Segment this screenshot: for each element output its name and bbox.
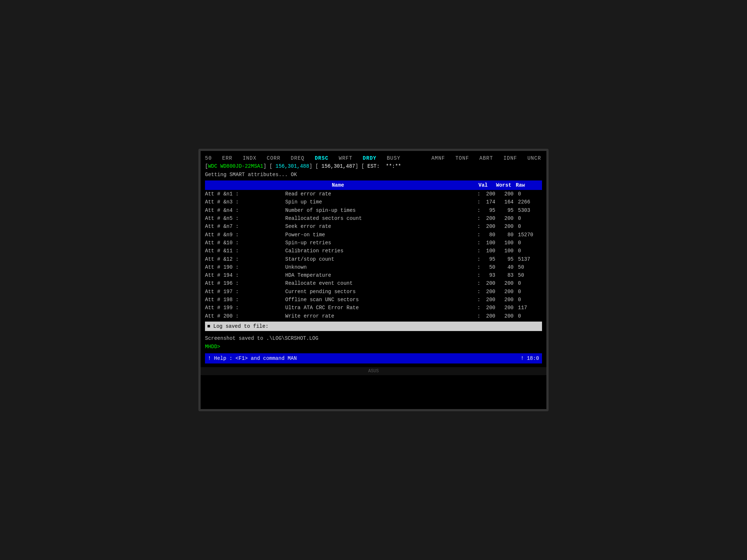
att-raw: 15270 xyxy=(516,231,542,238)
att-worst: 200 xyxy=(498,215,516,222)
att-val: 174 xyxy=(480,198,498,206)
att-worst: 200 xyxy=(498,304,516,311)
att-val: 95 xyxy=(480,207,498,214)
att-colon: : xyxy=(474,198,480,206)
att-worst: 40 xyxy=(498,264,516,271)
att-label: Att # 194 : xyxy=(205,272,285,279)
att-colon: : xyxy=(474,215,480,222)
att-raw: 50 xyxy=(516,264,542,271)
att-label: Att # 197 : xyxy=(205,288,285,295)
att-name: Spin-up retries xyxy=(285,239,474,246)
att-val: 200 xyxy=(480,280,498,287)
att-label: Att # &n4 : xyxy=(205,207,285,214)
table-row: Att # 198 : Offline scan UNC sectors : 2… xyxy=(205,296,542,304)
col-name: Name xyxy=(207,182,469,189)
att-name: Write error rate xyxy=(285,312,474,320)
device-size1: 156,301,488 xyxy=(275,163,309,169)
att-name: Calibration retries xyxy=(285,247,474,254)
table-row: Att # &n7 : Seek error rate : 200 200 0 xyxy=(205,222,542,230)
table-row: Att # &n1 : Read error rate : 200 200 0 xyxy=(205,190,542,198)
att-raw: 0 xyxy=(516,239,542,246)
table-row: Att # &n4 : Number of spin-up times : 95… xyxy=(205,206,542,214)
att-worst: 200 xyxy=(498,280,516,287)
att-colon: : xyxy=(474,296,480,303)
att-raw: 117 xyxy=(516,304,542,311)
att-raw: 50 xyxy=(516,272,542,279)
att-label: Att # &11 : xyxy=(205,247,285,254)
att-val: 200 xyxy=(480,223,498,230)
att-name: Read error rate xyxy=(285,190,474,198)
col-raw: Raw xyxy=(514,182,540,189)
table-row: Att # &10 : Spin-up retries : 100 100 0 xyxy=(205,239,542,247)
att-worst: 200 xyxy=(498,190,516,198)
table-row: Att # 194 : HDA Temperature : 93 83 50 xyxy=(205,271,542,279)
att-worst: 164 xyxy=(498,198,516,206)
monitor: 50 ERR INDX CORR DREQ DRSC WRFT DRDY BUS… xyxy=(198,149,549,411)
screen: 50 ERR INDX CORR DREQ DRSC WRFT DRDY BUS… xyxy=(201,151,546,367)
prompt-text: MHDD> xyxy=(205,344,220,350)
att-label: Att # 196 : xyxy=(205,280,285,287)
att-raw: 0 xyxy=(516,247,542,254)
att-name: Power-on time xyxy=(285,231,474,238)
att-raw: 0 xyxy=(516,296,542,303)
att-raw: 0 xyxy=(516,312,542,320)
att-worst: 83 xyxy=(498,272,516,279)
att-colon: : xyxy=(474,312,480,320)
table-row: Att # 196 : Reallocate event count : 200… xyxy=(205,279,542,287)
table-row: Att # &12 : Start/stop count : 95 95 513… xyxy=(205,255,542,263)
att-worst: 95 xyxy=(498,256,516,263)
att-colon: : xyxy=(474,223,480,230)
att-worst: 200 xyxy=(498,288,516,295)
att-raw: 5137 xyxy=(516,256,542,263)
status-tonf: TONF xyxy=(455,155,476,161)
mhdd-prompt[interactable]: MHDD> xyxy=(205,343,542,350)
att-val: 200 xyxy=(480,215,498,222)
device-size2: 156,301,487 xyxy=(321,163,355,169)
att-val: 200 xyxy=(480,288,498,295)
att-worst: 80 xyxy=(498,231,516,238)
att-label: Att # 190 : xyxy=(205,264,285,271)
status-dreq: DREQ xyxy=(291,155,311,161)
att-val: 200 xyxy=(480,304,498,311)
att-name: Current pending sectors xyxy=(285,288,474,295)
status-indx: INDX xyxy=(243,155,263,161)
table-header: Name Val Worst Raw xyxy=(205,180,542,190)
status-uncr: UNCR xyxy=(527,155,541,161)
status-idnf: IDNF xyxy=(503,155,524,161)
status-amnf: AMNF xyxy=(431,155,452,161)
help-left: ! Help : <F1> and command MAN xyxy=(208,355,297,362)
att-colon: : xyxy=(474,247,480,254)
att-val: 100 xyxy=(480,239,498,246)
att-name: Seek error rate xyxy=(285,223,474,230)
att-colon: : xyxy=(474,304,480,311)
status-drsc: DRSC xyxy=(315,155,335,161)
table-row: Att # &11 : Calibration retries : 100 10… xyxy=(205,247,542,255)
att-val: 80 xyxy=(480,231,498,238)
att-worst: 100 xyxy=(498,247,516,254)
att-label: Att # 199 : xyxy=(205,304,285,311)
att-label: Att # &n5 : xyxy=(205,215,285,222)
device-name: WDC WD800JD-22MSA1 xyxy=(208,163,263,169)
ok-line: Getting SMART attributes... OK xyxy=(205,171,542,178)
att-worst: 200 xyxy=(498,296,516,303)
att-name: Unknown xyxy=(285,264,474,271)
att-name: Ultra ATA CRC Error Rate xyxy=(285,304,474,311)
att-label: Att # &n1 : xyxy=(205,190,285,198)
table-row: Att # 197 : Current pending sectors : 20… xyxy=(205,288,542,296)
att-worst: 200 xyxy=(498,312,516,320)
att-label: Att # 198 : xyxy=(205,296,285,303)
att-raw: 0 xyxy=(516,223,542,230)
att-name: Spin up time xyxy=(285,198,474,206)
help-right: ! 18:0 xyxy=(521,355,539,362)
att-colon: : xyxy=(474,272,480,279)
device-line: [WDC WD800JD-22MSA1] [ 156,301,488] [ 15… xyxy=(205,163,542,170)
att-raw: 0 xyxy=(516,190,542,198)
status-err: ERR xyxy=(222,155,239,161)
att-name: Reallocated sectors count xyxy=(285,215,474,222)
status-drdy: DRDY xyxy=(363,155,383,161)
att-val: 200 xyxy=(480,296,498,303)
table-row: Att # 190 : Unknown : 50 40 50 xyxy=(205,263,542,271)
att-label: Att # &n3 : xyxy=(205,198,285,206)
est-value: **:** xyxy=(380,163,401,169)
table-row: Att # 199 : Ultra ATA CRC Error Rate : 2… xyxy=(205,304,542,312)
